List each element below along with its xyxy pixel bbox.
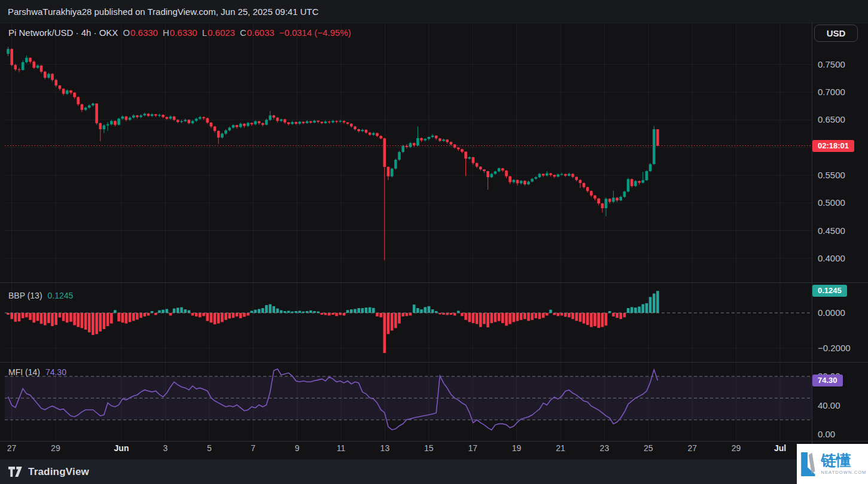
mfi-axis-label: 40.00 [818, 400, 840, 411]
price-axis-label: 0.5000 [818, 197, 845, 208]
change-value: −0.0314 (−4.95%) [279, 28, 351, 38]
time-axis-label: 7 [251, 443, 255, 453]
time-axis-label: 13 [380, 443, 390, 453]
mfi-value: 74.30 [45, 367, 66, 377]
bbp-axis-label: −0.2000 [818, 343, 851, 354]
time-axis-label: 23 [600, 443, 610, 453]
mfi-axis-label: 0.00 [818, 429, 835, 440]
currency-button[interactable]: USD [814, 25, 858, 42]
price-axis-label: 0.6500 [818, 114, 845, 125]
bbp-value-chip: 0.1245 [812, 285, 847, 297]
publish-text: ParshwaTurakhiya28 published on TradingV… [8, 7, 318, 17]
time-axis-label: 9 [295, 443, 300, 453]
publish-bar: ParshwaTurakhiya28 published on TradingV… [0, 0, 868, 23]
bbp-legend[interactable]: BBP (13) 0.1245 [8, 291, 73, 300]
watermark-cn-text: 链懂 [821, 453, 851, 468]
symbol-legend[interactable]: Pi Network/USD · 4h · OKX O0.6330 H0.633… [8, 28, 351, 38]
price-axis-label: 0.7500 [818, 59, 845, 70]
time-axis-label: Jul [774, 443, 786, 453]
time-axis-label: 25 [644, 443, 653, 453]
time-axis-label: 11 [337, 443, 346, 453]
low-value: L0.6023 [202, 28, 235, 38]
chart-canvas[interactable] [0, 0, 868, 484]
time-axis-label: 17 [468, 443, 477, 453]
tradingview-brand[interactable]: TradingView [28, 466, 89, 478]
mfi-value-chip: 74.30 [812, 375, 843, 386]
price-axis-label: 0.7000 [818, 87, 845, 98]
tradingview-logo-icon[interactable] [8, 466, 23, 477]
mfi-name: MFI (14) [8, 367, 40, 377]
countdown-chip: 02:18:01 [812, 140, 854, 152]
close-value: C0.6033 [240, 28, 275, 38]
time-axis-label: 3 [163, 443, 167, 453]
time-axis-label: 19 [512, 443, 522, 453]
price-axis-label: 0.4500 [818, 226, 845, 236]
open-value: O0.6330 [123, 28, 158, 38]
bottom-bar: TradingView [0, 459, 868, 484]
bbp-axis-label: 0.0000 [818, 308, 845, 318]
time-axis-label: 27 [7, 443, 17, 453]
time-axis-label: 29 [732, 443, 741, 453]
time-axis-label: 29 [51, 443, 60, 453]
bbp-name: BBP (13) [8, 291, 42, 300]
price-axis-label: 0.5500 [818, 170, 845, 181]
time-axis-label: 27 [687, 443, 697, 453]
watermark-site-text: NEATDOWN.COM [821, 470, 867, 475]
neatdown-l-logo-icon [799, 450, 817, 479]
time-axis-label: 5 [207, 443, 212, 453]
high-value: H0.6330 [163, 28, 197, 38]
bbp-value: 0.1245 [48, 291, 74, 300]
symbol-title: Pi Network/USD · 4h · OKX [8, 28, 118, 38]
time-axis-label: 15 [424, 443, 434, 453]
mfi-legend[interactable]: MFI (14) 74.30 [8, 367, 66, 377]
time-axis-label: 21 [556, 443, 565, 453]
watermark-card: 链懂 NEATDOWN.COM [797, 444, 868, 484]
time-axis-label: Jun [114, 443, 129, 453]
price-axis-label: 0.4000 [818, 253, 845, 264]
